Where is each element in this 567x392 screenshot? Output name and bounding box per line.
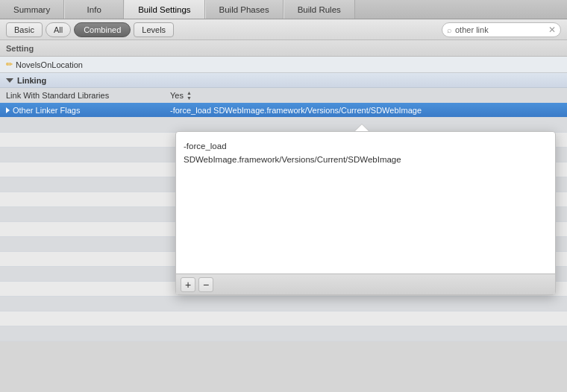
rows-area: Linking Link With Standard Libraries Yes…: [0, 73, 567, 341]
filter-levels-button[interactable]: Levels: [134, 22, 174, 37]
stripe-row: [0, 326, 567, 341]
popup-add-button[interactable]: +: [181, 277, 195, 292]
filter-basic-button[interactable]: Basic: [6, 22, 43, 37]
filter-combined-button[interactable]: Combined: [74, 22, 131, 37]
tab-info[interactable]: Info: [64, 0, 124, 19]
popup-arrow-inner: [355, 124, 369, 131]
project-name-row: ✏ NovelsOnLocation: [0, 57, 567, 73]
stripe-row: [0, 297, 567, 312]
setting-column-header: Setting: [6, 44, 170, 53]
tab-summary[interactable]: Summary: [0, 0, 64, 19]
link-standard-libs-value: Yes ▲ ▼: [164, 90, 567, 101]
linking-section-title: Linking: [17, 76, 46, 85]
popup-footer: + −: [176, 274, 555, 294]
stepper-arrows[interactable]: ▲ ▼: [187, 90, 192, 101]
link-standard-libs-row: Link With Standard Libraries Yes ▲ ▼: [0, 88, 567, 103]
stripe-row: [0, 312, 567, 326]
tab-bar: Summary Info Build Settings Build Phases…: [0, 0, 567, 19]
stepper-up-icon[interactable]: ▲: [187, 90, 192, 95]
popup-line-1: -force_load: [184, 139, 548, 153]
pencil-icon: ✏: [6, 60, 13, 69]
collapse-triangle-icon[interactable]: [6, 78, 13, 83]
tab-build-settings[interactable]: Build Settings: [124, 0, 204, 19]
search-box[interactable]: ⌕ other link ✕: [442, 22, 561, 37]
popup-container: -force_load SDWebImage.framework/Version…: [175, 124, 556, 295]
linking-section-header: Linking: [0, 73, 567, 88]
popup-box: -force_load SDWebImage.framework/Version…: [175, 131, 556, 295]
search-icon: ⌕: [447, 25, 452, 34]
search-clear-button[interactable]: ✕: [548, 25, 556, 35]
link-standard-libs-setting: Link With Standard Libraries: [0, 91, 164, 100]
tab-build-phases[interactable]: Build Phases: [205, 0, 284, 19]
popup-remove-button[interactable]: −: [198, 277, 213, 292]
other-linker-flags-row[interactable]: Other Linker Flags -force_load SDWebImag…: [0, 103, 567, 118]
stepper-down-icon[interactable]: ▼: [187, 95, 192, 101]
popup-content: -force_load SDWebImage.framework/Version…: [176, 132, 555, 274]
search-input[interactable]: other link: [455, 25, 547, 34]
expand-icon[interactable]: [6, 107, 10, 113]
filter-bar: Basic All Combined Levels ⌕ other link ✕: [0, 19, 567, 40]
project-name: NovelsOnLocation: [16, 60, 83, 69]
other-linker-flags-value: -force_load SDWebImage.framework/Version…: [164, 106, 567, 115]
table-header: Setting: [0, 40, 567, 57]
other-linker-flags-setting: Other Linker Flags: [0, 106, 164, 115]
filter-all-button[interactable]: All: [46, 22, 71, 37]
popup-line-2: SDWebImage.framework/Versions/Current/SD…: [184, 153, 548, 166]
tab-build-rules[interactable]: Build Rules: [284, 0, 355, 19]
